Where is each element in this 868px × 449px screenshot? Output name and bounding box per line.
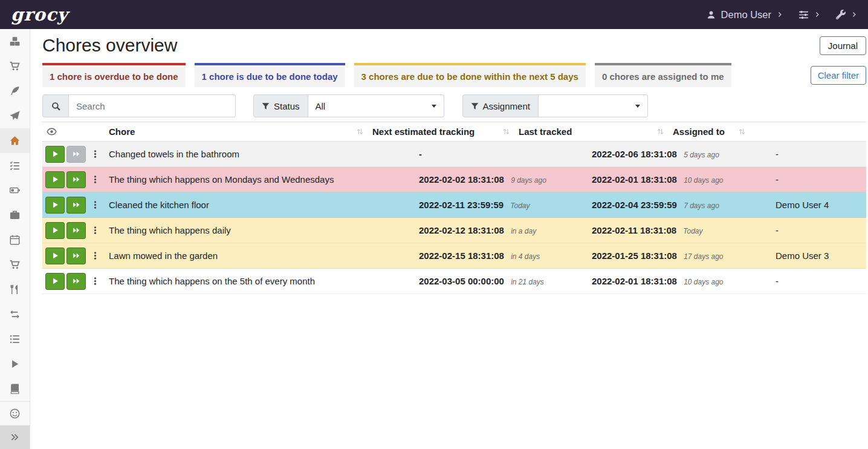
sidebar-item-consume[interactable] [0, 277, 30, 302]
sidebar-item-inventory[interactable] [0, 327, 30, 352]
track-execution-button[interactable] [45, 171, 65, 188]
filter-banner[interactable]: 1 chore is overdue to be done [42, 63, 186, 87]
table-body: Changed towels in the bathroom - 2022-02… [42, 142, 866, 294]
play-icon [10, 359, 20, 369]
chore-row: The thing which happens daily 2022-02-12… [42, 218, 866, 243]
track-execution-button[interactable] [45, 247, 65, 264]
filter-banner[interactable]: 1 chore is due to be done today [195, 63, 345, 87]
assigned-to-cell: - [771, 149, 866, 159]
skip-execution-button[interactable] [66, 171, 86, 188]
sidebar-item-tasks[interactable] [0, 153, 30, 178]
sidebar-item-equipment[interactable] [0, 203, 30, 228]
column-visibility-toggle[interactable] [42, 122, 104, 141]
banner-text: 1 chore is overdue to be done [50, 71, 178, 82]
row-menu-button[interactable] [89, 247, 100, 264]
last-tracked-relative: 10 days ago [684, 278, 723, 286]
track-execution-button[interactable] [45, 222, 65, 239]
search-input[interactable] [69, 94, 236, 117]
sidebar-item-chore-tracking[interactable] [0, 352, 30, 376]
assignment-select[interactable] [539, 94, 648, 117]
clear-filter-button[interactable]: Clear filter [811, 66, 866, 85]
user-dropdown[interactable]: Demo User [707, 9, 783, 21]
next-tracking-relative: 9 days ago [511, 176, 546, 185]
row-menu-button[interactable] [89, 171, 100, 188]
next-tracking-date: 2022-02-02 18:31:08 [419, 174, 504, 185]
sidebar-item-shopping-list[interactable] [0, 54, 30, 79]
sidebar-item-batteries-overview[interactable] [0, 178, 30, 203]
column-header-label: Assigned to [673, 126, 725, 137]
play-icon [51, 175, 59, 183]
row-actions [42, 171, 104, 188]
person-icon [707, 10, 716, 19]
caret-down-icon [432, 105, 436, 108]
last-tracked-date: 2022-02-01 18:31:08 [592, 276, 677, 286]
sidebar-item-stock-overview[interactable] [0, 29, 30, 54]
sidebar-expand-toggle[interactable] [0, 425, 30, 449]
banner-text: 0 chores are assigned to me [602, 71, 724, 82]
row-menu-button[interactable] [89, 197, 100, 214]
last-tracked-date: 2022-02-01 18:31:08 [592, 174, 677, 185]
settings-dropdown[interactable] [798, 10, 820, 20]
admin-dropdown[interactable] [836, 10, 857, 19]
status-select[interactable]: All [308, 94, 444, 117]
next-estimated-tracking-cell: 2022-02-02 18:31:08 9 days ago [414, 174, 587, 185]
row-menu-button[interactable] [89, 222, 100, 239]
next-estimated-tracking-cell: 2022-02-11 23:59:59 Today [414, 200, 587, 210]
banner-text: 1 chore is due to be done today [202, 71, 338, 82]
chores-table: Chore Next estimated tracking Last track… [42, 122, 866, 294]
row-menu-button[interactable] [89, 273, 100, 290]
column-header[interactable]: Last tracked [514, 122, 668, 141]
row-actions [42, 146, 104, 163]
chore-row: Cleaned the kitchen floor 2022-02-11 23:… [42, 192, 866, 218]
skip-execution-button [66, 146, 86, 163]
caret-down-icon [635, 105, 640, 108]
column-header[interactable]: Chore [104, 122, 368, 141]
play-icon [51, 252, 59, 260]
sidebar-item-purchase[interactable] [0, 252, 30, 277]
chore-row: Lawn mowed in the garden 2022-02-15 18:3… [42, 243, 866, 269]
track-execution-button[interactable] [45, 273, 65, 290]
column-header[interactable]: Assigned to [668, 122, 750, 141]
play-icon [51, 150, 59, 158]
assignment-filter-addon: Assignment [462, 94, 539, 117]
next-tracking-relative: in 4 days [511, 252, 540, 261]
last-tracked-relative: 10 days ago [684, 176, 723, 185]
sidebar-item-user-menu[interactable] [0, 401, 30, 425]
filter-banner[interactable]: 0 chores are assigned to me [595, 63, 731, 87]
row-menu-button[interactable] [89, 146, 100, 163]
smiley-icon [10, 408, 20, 419]
chore-name: Lawn mowed in the garden [104, 251, 414, 261]
fast-forward-icon [73, 150, 80, 158]
filter-icon [262, 102, 270, 110]
skip-execution-button[interactable] [66, 197, 86, 214]
ellipsis-v-icon [91, 226, 100, 235]
last-tracked-relative: 5 days ago [684, 151, 719, 159]
home-icon [10, 136, 20, 146]
journal-button[interactable]: Journal [820, 36, 866, 55]
sidebar-item-calendar[interactable] [0, 228, 30, 252]
grocy-logo[interactable]: grocy [11, 6, 68, 24]
sidebar-item-recipes[interactable] [0, 79, 30, 103]
next-estimated-tracking-cell: 2022-02-15 18:31:08 in 4 days [414, 251, 587, 261]
exchange-icon [10, 309, 20, 320]
chore-row: Changed towels in the bathroom - 2022-02… [42, 142, 866, 167]
next-estimated-tracking-cell: - [414, 149, 587, 159]
skip-execution-button[interactable] [66, 222, 86, 239]
search-icon [51, 102, 60, 111]
navbar-menus: Demo User [707, 9, 857, 21]
track-execution-button[interactable] [45, 197, 65, 214]
track-execution-button[interactable] [45, 146, 65, 163]
sidebar-item-chores-overview[interactable] [0, 128, 30, 153]
filter-banner[interactable]: 3 chores are due to be done within the n… [354, 63, 586, 87]
row-actions [42, 222, 104, 239]
sidebar-item-meal-plan[interactable] [0, 103, 30, 128]
boxes-icon [10, 36, 20, 47]
next-estimated-tracking-cell: 2022-02-12 18:31:08 in a day [414, 225, 587, 235]
skip-execution-button[interactable] [66, 273, 86, 290]
sliders-icon [798, 10, 809, 20]
sidebar-item-transfer[interactable] [0, 302, 30, 327]
sidebar-item-battery-tracking[interactable] [0, 376, 30, 401]
column-header[interactable]: Next estimated tracking [368, 122, 514, 141]
skip-execution-button[interactable] [66, 247, 86, 264]
fast-forward-icon [73, 252, 80, 260]
